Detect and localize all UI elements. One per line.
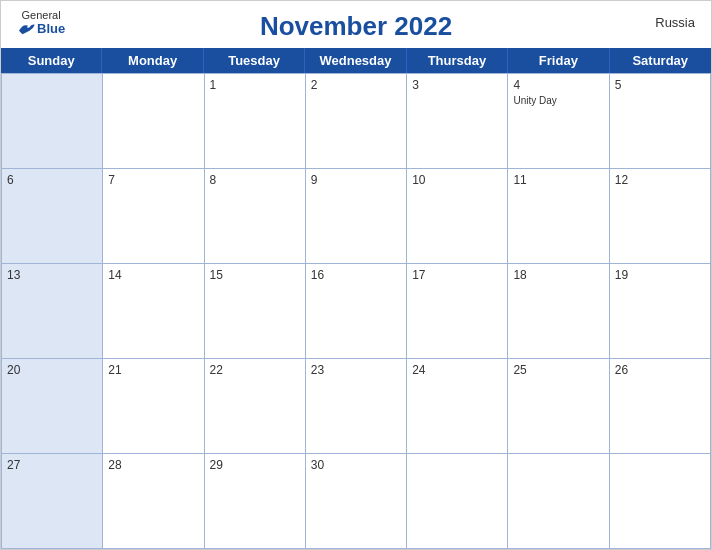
cell-date: 4 bbox=[513, 78, 603, 92]
cell-date: 10 bbox=[412, 173, 502, 187]
cell-date: 23 bbox=[311, 363, 401, 377]
table-row: 11 bbox=[508, 169, 609, 264]
table-row: 7 bbox=[103, 169, 204, 264]
cell-date: 18 bbox=[513, 268, 603, 282]
logo-general-text: General bbox=[22, 9, 61, 21]
cell-date: 15 bbox=[210, 268, 300, 282]
table-row: 30 bbox=[306, 454, 407, 549]
table-row: 28 bbox=[103, 454, 204, 549]
cell-date: 26 bbox=[615, 363, 705, 377]
cell-date: 5 bbox=[615, 78, 705, 92]
day-header-thursday: Thursday bbox=[407, 48, 508, 73]
table-row: 9 bbox=[306, 169, 407, 264]
cell-event: Unity Day bbox=[513, 94, 603, 107]
table-row: 16 bbox=[306, 264, 407, 359]
table-row: 10 bbox=[407, 169, 508, 264]
table-row: 3 bbox=[407, 74, 508, 169]
day-header-wednesday: Wednesday bbox=[305, 48, 406, 73]
cell-date: 11 bbox=[513, 173, 603, 187]
table-row: 6 bbox=[2, 169, 103, 264]
table-row bbox=[610, 454, 711, 549]
table-row: 8 bbox=[205, 169, 306, 264]
table-row: 1 bbox=[205, 74, 306, 169]
cell-date: 17 bbox=[412, 268, 502, 282]
table-row: 15 bbox=[205, 264, 306, 359]
cell-date: 20 bbox=[7, 363, 97, 377]
table-row: 17 bbox=[407, 264, 508, 359]
day-header-tuesday: Tuesday bbox=[204, 48, 305, 73]
table-row bbox=[103, 74, 204, 169]
calendar: General Blue November 2022 Russia Sunday… bbox=[0, 0, 712, 550]
table-row: 4Unity Day bbox=[508, 74, 609, 169]
cell-date: 13 bbox=[7, 268, 97, 282]
cell-date: 9 bbox=[311, 173, 401, 187]
cell-date: 21 bbox=[108, 363, 198, 377]
cell-date: 27 bbox=[7, 458, 97, 472]
day-header-friday: Friday bbox=[508, 48, 609, 73]
table-row bbox=[407, 454, 508, 549]
table-row: 13 bbox=[2, 264, 103, 359]
day-header-saturday: Saturday bbox=[610, 48, 711, 73]
cell-date: 7 bbox=[108, 173, 198, 187]
table-row: 23 bbox=[306, 359, 407, 454]
cell-date: 14 bbox=[108, 268, 198, 282]
table-row: 21 bbox=[103, 359, 204, 454]
cell-date: 30 bbox=[311, 458, 401, 472]
cell-date: 12 bbox=[615, 173, 705, 187]
cell-date: 19 bbox=[615, 268, 705, 282]
table-row: 26 bbox=[610, 359, 711, 454]
calendar-grid: 1234Unity Day567891011121314151617181920… bbox=[1, 73, 711, 549]
cell-date: 16 bbox=[311, 268, 401, 282]
table-row: 29 bbox=[205, 454, 306, 549]
cell-date: 29 bbox=[210, 458, 300, 472]
table-row: 12 bbox=[610, 169, 711, 264]
table-row: 5 bbox=[610, 74, 711, 169]
logo-blue-text: Blue bbox=[17, 21, 65, 36]
cell-date: 22 bbox=[210, 363, 300, 377]
country-label: Russia bbox=[655, 15, 695, 30]
cell-date: 24 bbox=[412, 363, 502, 377]
cell-date: 28 bbox=[108, 458, 198, 472]
cell-date: 3 bbox=[412, 78, 502, 92]
calendar-header: General Blue November 2022 Russia bbox=[1, 1, 711, 48]
day-header-monday: Monday bbox=[102, 48, 203, 73]
table-row bbox=[2, 74, 103, 169]
cell-date: 25 bbox=[513, 363, 603, 377]
table-row: 22 bbox=[205, 359, 306, 454]
cell-date: 1 bbox=[210, 78, 300, 92]
logo-bird-icon bbox=[17, 22, 35, 36]
cell-date: 2 bbox=[311, 78, 401, 92]
table-row: 25 bbox=[508, 359, 609, 454]
table-row bbox=[508, 454, 609, 549]
table-row: 19 bbox=[610, 264, 711, 359]
table-row: 14 bbox=[103, 264, 204, 359]
day-header-sunday: Sunday bbox=[1, 48, 102, 73]
table-row: 24 bbox=[407, 359, 508, 454]
month-title: November 2022 bbox=[260, 11, 452, 42]
logo: General Blue bbox=[17, 9, 65, 36]
cell-date: 6 bbox=[7, 173, 97, 187]
table-row: 2 bbox=[306, 74, 407, 169]
table-row: 20 bbox=[2, 359, 103, 454]
table-row: 27 bbox=[2, 454, 103, 549]
day-headers: Sunday Monday Tuesday Wednesday Thursday… bbox=[1, 48, 711, 73]
table-row: 18 bbox=[508, 264, 609, 359]
cell-date: 8 bbox=[210, 173, 300, 187]
